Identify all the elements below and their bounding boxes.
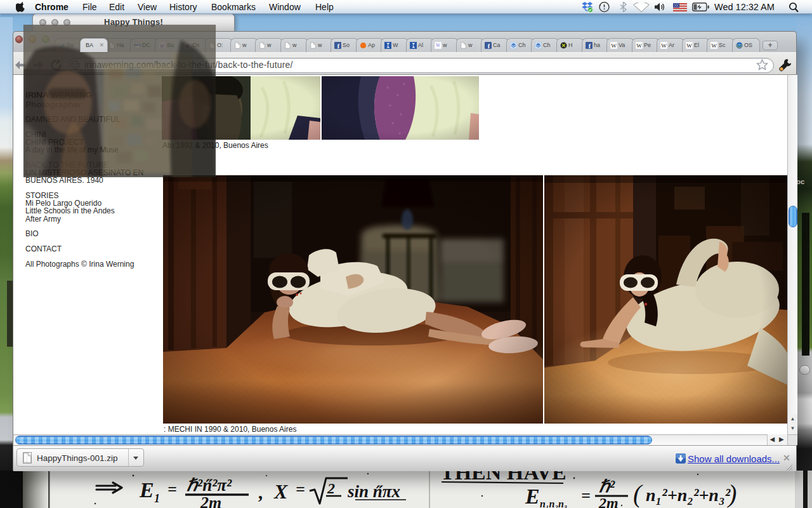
svg-text:ℏ²n̋²π²: ℏ²n̋²π² [187, 476, 232, 495]
svg-text:E: E [525, 485, 540, 508]
svg-text:W: W [436, 43, 440, 48]
svg-text:n₁²+n₂²+n₃²: n₁²+n₂²+n₃² [646, 485, 731, 505]
svg-text:X: X [273, 480, 288, 503]
svg-text:E: E [139, 478, 154, 502]
svg-text:): ) [727, 479, 737, 508]
svg-text:W: W [686, 43, 692, 49]
svg-text:2: 2 [327, 480, 335, 497]
svg-text:2m: 2m [598, 495, 619, 508]
svg-text:W: W [636, 43, 642, 49]
svg-text:W: W [661, 43, 667, 49]
svg-text:=: = [296, 480, 305, 498]
svg-text:sin n̋πx: sin n̋πx [347, 482, 400, 501]
svg-text:n₁n₂n₃: n₁n₂n₃ [540, 498, 567, 508]
svg-text:2m: 2m [200, 493, 221, 508]
svg-text:,: , [258, 481, 264, 502]
svg-text:=: = [581, 486, 591, 505]
svg-text:=: = [167, 480, 177, 498]
svg-text:ℏ²: ℏ² [599, 477, 615, 496]
svg-text:1: 1 [154, 492, 160, 505]
svg-text:W: W [611, 43, 617, 49]
svg-text:W: W [711, 43, 717, 49]
